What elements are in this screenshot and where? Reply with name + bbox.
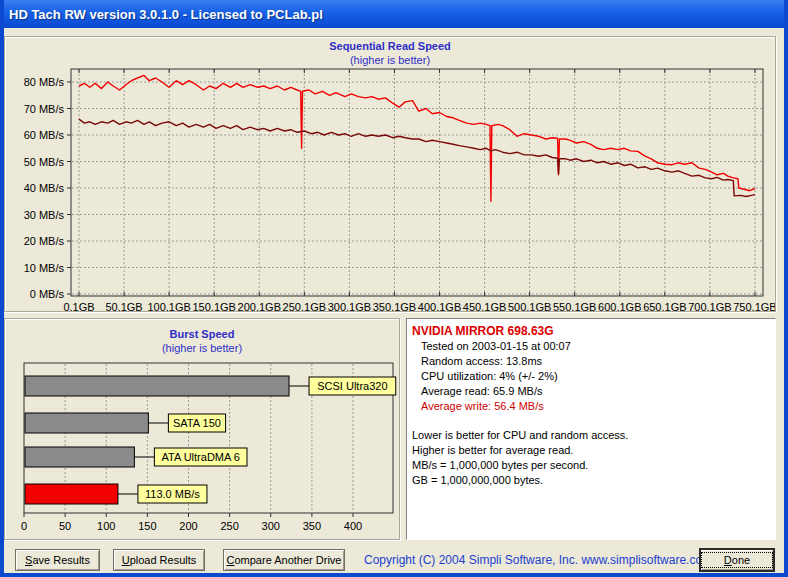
svg-text:200,1GB: 200,1GB: [238, 301, 281, 311]
burst-speed-plot: 050100150200250300350400SCSI Ultra320SAT…: [5, 319, 399, 539]
svg-text:650,1GB: 650,1GB: [643, 301, 686, 311]
svg-text:300: 300: [262, 520, 280, 532]
svg-text:100: 100: [97, 520, 115, 532]
window-title: HD Tach RW version 3.0.1.0 - Licensed to…: [9, 7, 323, 22]
average-read-line: Average read: 65.9 MB/s: [421, 385, 542, 397]
svg-text:600,1GB: 600,1GB: [598, 301, 641, 311]
note-gb-definition: GB = 1,000,000,000 bytes.: [412, 474, 543, 486]
svg-text:250,1GB: 250,1GB: [283, 301, 326, 311]
cpu-utilization-line: CPU utilization: 4% (+/- 2%): [421, 370, 558, 382]
sequential-read-panel: Sequential Read Speed (higher is better)…: [4, 36, 776, 312]
sequential-read-plot: 0 MB/s10 MB/s20 MB/s30 MB/s40 MB/s50 MB/…: [5, 37, 775, 311]
svg-text:400,1GB: 400,1GB: [418, 301, 461, 311]
upload-results-button[interactable]: Upload Results: [113, 549, 205, 571]
svg-text:150,1GB: 150,1GB: [192, 301, 235, 311]
done-button[interactable]: Done: [699, 548, 775, 572]
svg-text:30 MB/s: 30 MB/s: [24, 209, 65, 221]
svg-text:10 MB/s: 10 MB/s: [24, 262, 65, 274]
note-mbs-definition: MB/s = 1,000,000 bytes per second.: [412, 459, 588, 471]
svg-text:200: 200: [179, 520, 197, 532]
bar-label-box: SCSI Ultra320: [309, 377, 396, 395]
svg-text:400: 400: [344, 520, 362, 532]
svg-text:700,1GB: 700,1GB: [688, 301, 731, 311]
svg-text:SCSI Ultra320: SCSI Ultra320: [317, 380, 387, 392]
svg-text:0,1GB: 0,1GB: [63, 301, 94, 311]
random-access-line: Random access: 13.8ms: [421, 355, 542, 367]
client-area: Sequential Read Speed (higher is better)…: [0, 28, 780, 573]
hdtach-window: HD Tach RW version 3.0.1.0 - Licensed to…: [0, 0, 788, 577]
svg-text:70 MB/s: 70 MB/s: [24, 103, 65, 115]
svg-text:450,1GB: 450,1GB: [463, 301, 506, 311]
bar-label-box: ATA UltraDMA 6: [154, 448, 247, 466]
svg-text:550,1GB: 550,1GB: [553, 301, 596, 311]
svg-text:40 MB/s: 40 MB/s: [24, 182, 65, 194]
compare-another-drive-button[interactable]: Compare Another Drive: [223, 549, 345, 571]
copyright-text: Copyright (C) 2004 Simpli Software, Inc.…: [364, 553, 684, 567]
title-bar[interactable]: HD Tach RW version 3.0.1.0 - Licensed to…: [0, 0, 788, 28]
svg-text:250: 250: [220, 520, 238, 532]
drive-info-panel: NVIDIA MIRROR 698.63G Tested on 2003-01-…: [406, 318, 776, 540]
svg-text:50 MB/s: 50 MB/s: [24, 156, 65, 168]
drive-name: NVIDIA MIRROR 698.63G: [412, 324, 554, 338]
tested-on-line: Tested on 2003-01-15 at 00:07: [421, 340, 571, 352]
burst-speed-panel: Burst Speed (higher is better) 050100150…: [4, 318, 400, 540]
svg-text:0: 0: [21, 520, 27, 532]
svg-text:113.0 MB/s: 113.0 MB/s: [145, 488, 200, 500]
bar-label-box: 113.0 MB/s: [138, 485, 207, 503]
svg-text:300,1GB: 300,1GB: [328, 301, 371, 311]
svg-text:20 MB/s: 20 MB/s: [24, 235, 65, 247]
svg-text:500,1GB: 500,1GB: [508, 301, 551, 311]
svg-text:750,1GB: 750,1GB: [733, 301, 775, 311]
svg-text:100,1GB: 100,1GB: [147, 301, 190, 311]
svg-text:150: 150: [138, 520, 156, 532]
note-higher-better: Higher is better for average read.: [412, 444, 573, 456]
svg-text:SATA 150: SATA 150: [173, 417, 221, 429]
svg-text:50,1GB: 50,1GB: [105, 301, 142, 311]
svg-text:80 MB/s: 80 MB/s: [24, 76, 65, 88]
svg-text:350: 350: [303, 520, 321, 532]
svg-text:0 MB/s: 0 MB/s: [30, 288, 65, 300]
bar-label-box: SATA 150: [168, 414, 225, 432]
svg-text:350,1GB: 350,1GB: [373, 301, 416, 311]
save-results-button[interactable]: Save Results: [15, 549, 100, 571]
average-write-line: Average write: 56.4 MB/s: [421, 400, 544, 412]
note-lower-better: Lower is better for CPU and random acces…: [412, 429, 628, 441]
svg-text:ATA UltraDMA 6: ATA UltraDMA 6: [161, 451, 239, 463]
svg-text:60 MB/s: 60 MB/s: [24, 129, 65, 141]
svg-text:50: 50: [59, 520, 71, 532]
